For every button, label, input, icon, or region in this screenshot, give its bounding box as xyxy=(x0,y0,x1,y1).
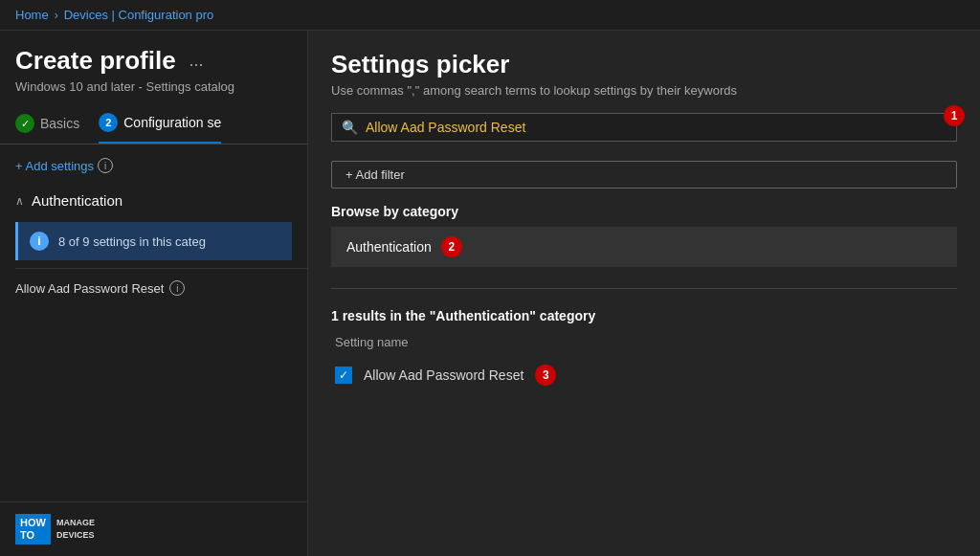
add-settings-link[interactable]: + Add settings i xyxy=(15,158,292,173)
logo-manage: MANAGE DEVICES xyxy=(56,517,95,541)
auth-banner-text: 8 of 9 settings in this categ xyxy=(58,234,206,249)
tab-config[interactable]: 2 Configuration se xyxy=(99,113,221,144)
category-item-authentication[interactable]: Authentication 2 xyxy=(331,227,957,267)
setting-name-column-label: Setting name xyxy=(331,335,957,349)
search-input[interactable]: Allow Aad Password Reset xyxy=(366,120,947,135)
search-bar-wrapper: 🔍 Allow Aad Password Reset 1 xyxy=(331,113,957,151)
profile-title-row: Create profile ... xyxy=(15,46,292,76)
page-title: Create profile xyxy=(15,46,176,76)
tab-config-label: Configuration se xyxy=(123,115,221,130)
tab-basics[interactable]: ✓ Basics xyxy=(15,114,79,143)
left-header: Create profile ... Windows 10 and later … xyxy=(0,31,307,101)
logo-how: HOW TO xyxy=(15,514,51,545)
left-panel: Create profile ... Windows 10 and later … xyxy=(0,31,308,556)
breadcrumb-separator: › xyxy=(55,9,58,22)
setting-item-label: Allow Aad Password Reset xyxy=(15,281,164,296)
breadcrumb-devices[interactable]: Devices | Configuration pro xyxy=(64,8,214,22)
setting-info-icon[interactable]: i xyxy=(169,280,185,296)
category-item-label: Authentication xyxy=(346,239,432,255)
search-badge: 1 xyxy=(944,105,965,126)
tab-config-number: 2 xyxy=(99,113,118,132)
info-circle-icon: i xyxy=(30,232,49,251)
add-filter-button[interactable]: + Add filter xyxy=(331,161,957,189)
add-settings-label: + Add settings xyxy=(15,159,94,173)
auth-section: ∧ Authentication i 8 of 9 settings in th… xyxy=(0,187,307,307)
ellipsis-button[interactable]: ... xyxy=(184,49,210,73)
result-label: Allow Aad Password Reset xyxy=(364,367,523,383)
result-checkbox[interactable]: ✓ xyxy=(335,367,352,384)
result-badge: 3 xyxy=(535,365,556,386)
category-badge: 2 xyxy=(441,236,462,257)
add-settings-info-icon[interactable]: i xyxy=(98,158,113,173)
search-icon: 🔍 xyxy=(342,120,358,135)
browse-category-label: Browse by category xyxy=(331,204,957,219)
result-row[interactable]: ✓ Allow Aad Password Reset 3 xyxy=(331,357,957,393)
logo-area: HOW TO MANAGE DEVICES xyxy=(0,501,307,556)
breadcrumb: Home › Devices | Configuration pro xyxy=(0,0,980,31)
add-settings-row: + Add settings i xyxy=(0,145,307,187)
settings-picker-title: Settings picker xyxy=(331,50,957,79)
checkbox-checkmark: ✓ xyxy=(339,368,348,382)
breadcrumb-home[interactable]: Home xyxy=(15,8,49,22)
auth-section-header[interactable]: ∧ Authentication xyxy=(15,187,307,214)
search-bar[interactable]: 🔍 Allow Aad Password Reset xyxy=(331,113,957,142)
profile-subtitle: Windows 10 and later - Settings catalog xyxy=(15,79,292,94)
settings-picker-subtitle: Use commas "," among search terms to loo… xyxy=(331,83,957,98)
results-header: 1 results in the "Authentication" catego… xyxy=(331,308,957,323)
auth-chevron-icon: ∧ xyxy=(15,194,24,208)
auth-setting-item[interactable]: Allow Aad Password Reset i xyxy=(15,268,307,307)
right-panel: Settings picker Use commas "," among sea… xyxy=(308,31,980,556)
auth-info-banner: i 8 of 9 settings in this categ xyxy=(15,222,292,260)
tab-basics-label: Basics xyxy=(40,116,79,131)
section-divider xyxy=(331,288,957,289)
tab-basics-check: ✓ xyxy=(15,114,34,133)
auth-section-label: Authentication xyxy=(32,192,122,209)
tabs-row: ✓ Basics 2 Configuration se xyxy=(0,101,307,145)
